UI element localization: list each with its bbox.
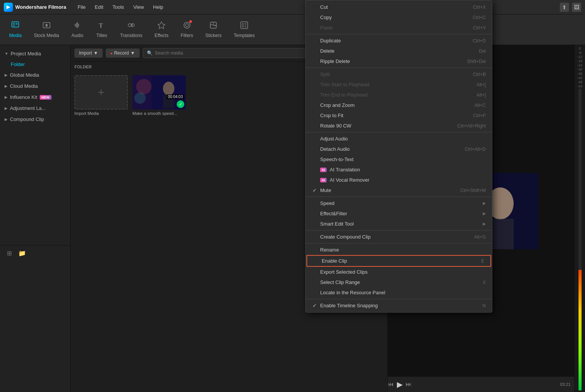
ctx-locate-resource[interactable]: Locate in the Resource Panel bbox=[306, 287, 492, 298]
ctx-duplicate[interactable]: Duplicate Ctrl+D bbox=[306, 35, 492, 46]
ctx-paste[interactable]: Paste Ctrl+V bbox=[306, 23, 492, 33]
ctx-create-compound-clip[interactable]: Create Compound Clip Alt+G bbox=[306, 232, 492, 242]
tab-stock-media[interactable]: Stock Media bbox=[29, 19, 64, 40]
ctx-smartedit-label: Smart Edit Tool bbox=[320, 221, 354, 227]
menu-view[interactable]: View bbox=[129, 3, 148, 11]
ctx-cropfit-label: Crop to Fit bbox=[320, 113, 343, 118]
sidebar-item-global-media[interactable]: ▶ Global Media bbox=[0, 69, 70, 81]
titles-icon: T bbox=[98, 21, 106, 31]
menu-bar: Wondershare Filmora File Edit Tools View… bbox=[0, 0, 585, 15]
sidebar-item-influence-kit[interactable]: ▶ Influence Kit NEW bbox=[0, 92, 70, 103]
ctx-export-label: Export Selected Clips bbox=[320, 269, 367, 275]
ctx-mute-check: ✓ bbox=[312, 187, 317, 193]
ctx-trim-end[interactable]: Trim End to Playhead Alt+] bbox=[306, 90, 492, 100]
tab-effects[interactable]: Effects bbox=[149, 19, 174, 40]
tab-filters[interactable]: Filters bbox=[175, 19, 198, 40]
ctx-rename[interactable]: Rename bbox=[306, 245, 492, 255]
ctx-trimend-shortcut: Alt+] bbox=[477, 92, 486, 98]
ctx-speed[interactable]: Speed ▶ bbox=[306, 198, 492, 208]
ctx-rotate-label: Rotate 90 CW bbox=[320, 123, 351, 129]
ctx-adjust-audio[interactable]: Adjust Audio bbox=[306, 134, 492, 144]
svg-point-9 bbox=[184, 22, 190, 28]
next-frame-icon[interactable]: ⏭ bbox=[406, 381, 412, 388]
svg-rect-1 bbox=[13, 23, 15, 25]
ctx-ripple-shortcut: Shift+Del bbox=[467, 59, 486, 64]
ctx-aivocal-badge: AI bbox=[320, 178, 327, 182]
ctx-speed-label: Speed bbox=[320, 200, 335, 206]
menu-help[interactable]: Help bbox=[149, 3, 167, 11]
ctx-split[interactable]: Split Ctrl+B bbox=[306, 69, 492, 79]
video-clip-item[interactable]: 00:04:03 ✓ Make a smooth speed... bbox=[132, 75, 186, 116]
tab-stickers-label: Stickers bbox=[205, 33, 222, 38]
ctx-dup-label: Duplicate bbox=[320, 38, 341, 44]
influence-kit-badge: NEW bbox=[40, 95, 52, 100]
play-icon[interactable]: ▶ bbox=[397, 380, 403, 389]
add-folder-icon[interactable]: ⊞ bbox=[4, 248, 15, 258]
svg-rect-0 bbox=[12, 22, 19, 27]
ctx-detachaudio-shortcut: Ctrl+Alt+D bbox=[465, 147, 486, 152]
svg-rect-3 bbox=[13, 25, 15, 26]
tab-stickers[interactable]: Stickers bbox=[200, 19, 227, 40]
ctx-ai-vocal-remover[interactable]: AI AI Vocal Remover bbox=[306, 175, 492, 185]
preview-icon[interactable]: 🖼 bbox=[572, 3, 581, 12]
ctx-cut[interactable]: Cut Ctrl+X bbox=[306, 2, 492, 12]
ctx-speech-to-text[interactable]: Speech-to-Text bbox=[306, 154, 492, 165]
record-label: Record bbox=[114, 50, 129, 56]
ctx-aitrans-badge: AI bbox=[320, 168, 327, 172]
app-name: Wondershare Filmora bbox=[15, 4, 66, 10]
prev-frame-icon[interactable]: ⏮ bbox=[388, 381, 394, 388]
ctx-sep-2 bbox=[306, 68, 492, 68]
record-button[interactable]: ● Record ▼ bbox=[106, 48, 140, 58]
tab-titles[interactable]: T Titles bbox=[90, 19, 113, 40]
ctx-copy[interactable]: Copy Ctrl+C bbox=[306, 12, 492, 23]
menu-edit[interactable]: Edit bbox=[91, 3, 107, 11]
ctx-sep-7 bbox=[306, 299, 492, 299]
tab-templates-label: Templates bbox=[234, 33, 255, 38]
tab-templates[interactable]: Templates bbox=[229, 19, 260, 40]
sidebar: ▼ Project Media Folder ▶ Global Media ▶ … bbox=[0, 45, 71, 392]
ctx-crop-zoom[interactable]: Crop and Zoom Alt+C bbox=[306, 100, 492, 110]
ctx-enable-clip[interactable]: Enable Clip E bbox=[306, 255, 491, 267]
ctx-detach-audio[interactable]: Detach Audio Ctrl+Alt+D bbox=[306, 144, 492, 154]
ctx-enable-snapping[interactable]: ✓ Enable Timeline Snapping N bbox=[306, 300, 492, 311]
vol-0: 0 bbox=[579, 47, 581, 50]
sidebar-influence-label: Influence Kit bbox=[10, 94, 37, 100]
cloud-upload-icon[interactable]: ⬆ bbox=[560, 3, 569, 12]
import-media-label: Import Media bbox=[74, 111, 128, 116]
ctx-sep-1 bbox=[306, 34, 492, 34]
import-button[interactable]: Import ▼ bbox=[74, 48, 103, 58]
ctx-speed-arrow: ▶ bbox=[483, 201, 486, 206]
ctx-effect-filter[interactable]: Effect&Filter ▶ bbox=[306, 208, 492, 219]
ctx-copy-label: Copy bbox=[320, 15, 332, 20]
ctx-export-selected[interactable]: Export Selected Clips bbox=[306, 267, 492, 277]
ctx-delete[interactable]: Delete Del bbox=[306, 46, 492, 56]
ctx-ai-translation[interactable]: AI AI Translation bbox=[306, 165, 492, 175]
sidebar-folder-label: Folder bbox=[11, 61, 25, 67]
sidebar-item-cloud-media[interactable]: ▶ Cloud Media bbox=[0, 81, 70, 92]
ctx-crop-fit[interactable]: Crop to Fit Ctrl+F bbox=[306, 110, 492, 121]
menu-file[interactable]: File bbox=[74, 3, 89, 11]
ctx-ripple-delete[interactable]: Ripple Delete Shift+Del bbox=[306, 56, 492, 66]
ctx-mute[interactable]: ✓ Mute Ctrl+Shift+M bbox=[306, 185, 492, 195]
sidebar-item-compound-clip[interactable]: ▶ Compound Clip bbox=[0, 114, 70, 125]
sidebar-item-folder[interactable]: Folder bbox=[0, 59, 70, 69]
ctx-paste-label: Paste bbox=[320, 25, 333, 31]
import-media-item[interactable]: + Import Media bbox=[74, 75, 128, 116]
ctx-smart-edit-tool[interactable]: Smart Edit Tool ▶ bbox=[306, 219, 492, 229]
folder-icon[interactable]: 📁 bbox=[17, 248, 27, 258]
ctx-sep-5 bbox=[306, 230, 492, 231]
sidebar-item-project-media[interactable]: ▼ Project Media bbox=[0, 48, 70, 59]
ctx-select-clip-range[interactable]: Select Clip Range X bbox=[306, 277, 492, 287]
sidebar-item-adjustment-layer[interactable]: ▶ Adjustment La... bbox=[0, 103, 70, 114]
ctx-sep-3 bbox=[306, 132, 492, 132]
tab-transitions[interactable]: Transitions bbox=[115, 19, 148, 40]
audio-icon bbox=[73, 21, 82, 31]
tab-audio[interactable]: Audio bbox=[66, 19, 89, 40]
ctx-trim-start[interactable]: Trim Start to Playhead Alt+[ bbox=[306, 79, 492, 90]
ctx-rotate[interactable]: Rotate 90 CW Ctrl+Alt+Right bbox=[306, 121, 492, 131]
ctx-enableclip-shortcut: E bbox=[481, 258, 484, 264]
time-display: 03:21 bbox=[560, 382, 574, 387]
menu-tools[interactable]: Tools bbox=[109, 3, 128, 11]
tab-media[interactable]: Media bbox=[4, 19, 27, 40]
ctx-cut-label: Cut bbox=[320, 4, 328, 10]
